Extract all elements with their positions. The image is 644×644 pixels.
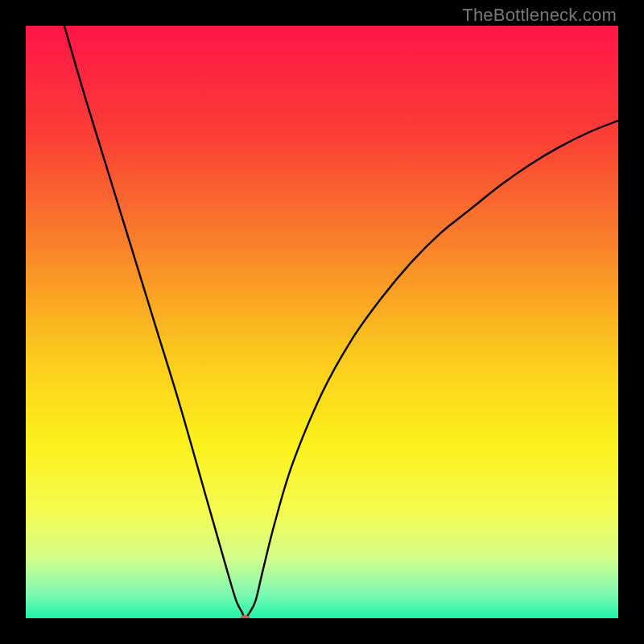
watermark-text: TheBottleneck.com [462, 5, 617, 26]
plot-area [26, 26, 618, 618]
curve-layer [26, 26, 618, 618]
bottleneck-curve [64, 26, 618, 618]
